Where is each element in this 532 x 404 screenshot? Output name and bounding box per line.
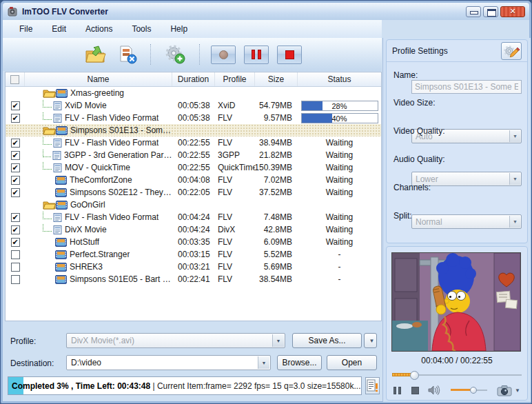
chevron-down-icon: ▼ — [509, 130, 520, 142]
pause-button[interactable] — [244, 46, 269, 64]
preview-pause-button[interactable] — [393, 387, 403, 394]
add-file-button[interactable] — [84, 43, 106, 66]
cell-profile: FLV — [215, 273, 255, 285]
output-profile-combo[interactable]: DivX Movie(*.avi) ▼ — [66, 333, 285, 348]
row-checkbox[interactable] — [11, 163, 20, 172]
tree-elbow-icon — [43, 137, 52, 145]
snapshot-button[interactable]: ▼ — [497, 385, 520, 396]
browse-label: Browse... — [282, 358, 316, 367]
row-checkbox[interactable] — [11, 151, 20, 160]
table-row[interactable]: FLV - Flash Video Format00:22:55FLV38.94… — [6, 137, 381, 149]
table-row[interactable]: DivX Movie00:04:24DivX42.8MBWaiting — [6, 223, 381, 236]
clip-icon — [55, 263, 67, 272]
stop-button[interactable] — [277, 46, 302, 64]
close-button[interactable] — [500, 6, 525, 17]
row-checkbox[interactable] — [11, 139, 20, 148]
table-row[interactable]: 3GPP - 3rd Generation Partne...00:22:553… — [6, 149, 381, 161]
save-as-button[interactable]: Save As... — [292, 333, 362, 348]
row-checkbox[interactable] — [11, 213, 20, 222]
gear-pencil-icon — [503, 44, 520, 58]
video-size-label: Video Size: — [393, 98, 436, 108]
row-checkbox[interactable] — [11, 114, 20, 123]
header-status[interactable]: Status — [298, 72, 381, 86]
header-size[interactable]: Size — [255, 72, 298, 86]
row-checkbox[interactable] — [11, 188, 20, 197]
table-row[interactable]: SHREK300:03:21FLV5.69MB- — [6, 261, 381, 273]
mute-button[interactable] — [427, 385, 441, 396]
audio-quality-label: Audio Quality: — [393, 154, 445, 164]
status-bar: Completed 3% , Time Left: 00:43:48 | Cur… — [8, 376, 362, 395]
table-row[interactable]: Simpsons S02E12 - They Way W...00:22:05F… — [6, 186, 381, 199]
table-row[interactable]: HotStuff00:03:35FLV6.09MBWaiting — [6, 236, 381, 248]
file-name: Perfect.Stranger — [70, 250, 130, 259]
cell-size: 21.82MB — [255, 149, 298, 161]
header-profile[interactable]: Profile — [215, 72, 255, 86]
profile-name-input[interactable] — [411, 80, 522, 94]
menu-item-tools[interactable]: Tools — [122, 21, 161, 37]
volume-slider[interactable] — [451, 386, 487, 394]
cell-profile: FLV — [215, 211, 255, 223]
file-remove-icon — [117, 45, 138, 64]
output-profile-value: DivX Movie(*.avi) — [71, 336, 134, 345]
browse-button[interactable]: Browse... — [277, 355, 322, 370]
tree-elbow-icon — [43, 112, 52, 120]
minimize-button[interactable] — [466, 6, 481, 17]
add-profile-button[interactable] — [163, 43, 187, 66]
preview-stop-button[interactable] — [411, 387, 419, 394]
table-row[interactable]: Xmas-greeting — [6, 87, 381, 99]
table-row[interactable]: Simpsons S01E05 - Bart the General00:22:… — [6, 273, 381, 285]
row-checkbox[interactable] — [11, 275, 20, 284]
file-icon — [53, 163, 62, 172]
maximize-button[interactable] — [483, 6, 498, 17]
pause-icon — [393, 387, 403, 394]
log-button[interactable] — [365, 377, 380, 394]
cell-profile: FLV — [215, 186, 255, 199]
row-checkbox[interactable] — [11, 176, 20, 185]
menu-item-file[interactable]: File — [10, 21, 42, 37]
name-label: Name: — [393, 70, 418, 80]
destination-combo[interactable]: D:\video ▼ — [66, 355, 271, 370]
gear-add-icon — [163, 44, 187, 65]
header-duration[interactable]: Duration — [172, 72, 215, 86]
menu-item-help[interactable]: Help — [161, 21, 197, 37]
tree-elbow-icon — [43, 161, 52, 170]
table-row[interactable]: FLV - Flash Video Format00:04:24FLV7.48M… — [6, 211, 381, 223]
row-checkbox[interactable] — [11, 101, 20, 110]
table-row[interactable]: XviD Movie00:05:38XviD54.79MB28% — [6, 99, 381, 112]
seek-slider[interactable] — [392, 371, 522, 379]
seek-thumb-icon[interactable] — [410, 371, 419, 380]
audio-quality-combo[interactable]: Normal ▼ — [411, 214, 522, 229]
row-checkbox[interactable] — [11, 238, 20, 247]
row-checkbox[interactable] — [11, 263, 20, 272]
record-button[interactable] — [211, 46, 236, 64]
cell-profile: DivX — [215, 223, 255, 236]
row-checkbox[interactable] — [11, 225, 20, 234]
table-row[interactable]: MOV - QuickTime00:22:55QuickTime150.39MB… — [6, 161, 381, 174]
table-row[interactable]: TheComfortZone00:04:08FLV7.02MBWaiting — [6, 174, 381, 186]
save-as-dropdown-button[interactable]: ▼ — [364, 333, 377, 348]
select-all-checkbox[interactable] — [10, 75, 19, 84]
cell-size: 38.94MB — [255, 137, 298, 149]
cell-duration: 00:22:55 — [172, 161, 215, 174]
row-checkbox[interactable] — [11, 250, 20, 259]
file-name: TheComfortZone — [70, 175, 132, 185]
open-button[interactable]: Open — [327, 355, 377, 370]
table-row[interactable]: GoOnGirl — [6, 199, 381, 211]
remove-file-button[interactable] — [117, 43, 138, 66]
table-row[interactable]: Perfect.Stranger00:03:15FLV5.52MB- — [6, 248, 381, 261]
menu-item-actions[interactable]: Actions — [76, 21, 122, 37]
cell-size: 6.09MB — [255, 236, 298, 248]
volume-thumb-icon[interactable] — [470, 387, 477, 394]
file-name: 3GPP - 3rd Generation Partne... — [64, 150, 172, 160]
cell-status: Waiting — [298, 161, 381, 174]
cell-duration: 00:03:35 — [172, 236, 215, 248]
edit-profile-button[interactable] — [501, 42, 522, 60]
video-quality-label: Video Quality: — [393, 126, 445, 136]
cell-duration: 00:22:41 — [172, 273, 215, 285]
table-row[interactable]: Simpsons S01E13 - Some Enchan... — [6, 124, 381, 137]
header-name[interactable]: Name — [25, 72, 172, 86]
menu-item-edit[interactable]: Edit — [42, 21, 76, 37]
cell-profile: QuickTime — [215, 161, 255, 174]
profile-settings-title: Profile Settings — [392, 46, 448, 56]
table-row[interactable]: FLV - Flash Video Format00:05:38FLV9.57M… — [6, 112, 381, 124]
